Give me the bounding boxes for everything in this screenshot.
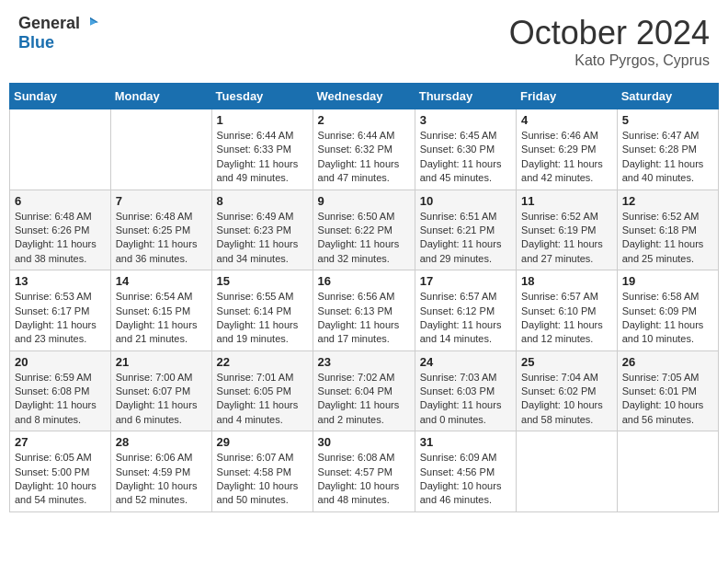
daylight-text: Daylight: 11 hours and 29 minutes. [420, 237, 511, 266]
day-number: 13 [15, 274, 106, 288]
sunset-text: Sunset: 6:09 PM [622, 304, 713, 318]
daylight-text: Daylight: 11 hours and 0 minutes. [420, 398, 511, 427]
sunset-text: Sunset: 6:10 PM [521, 304, 612, 318]
daylight-text: Daylight: 11 hours and 49 minutes. [217, 157, 308, 186]
day-number: 7 [116, 194, 207, 208]
day-number: 9 [318, 194, 410, 208]
sunset-text: Sunset: 6:22 PM [318, 224, 410, 237]
calendar-cell: 22Sunrise: 7:01 AMSunset: 6:05 PMDayligh… [211, 350, 313, 431]
cell-info: Sunrise: 6:54 AMSunset: 6:15 PMDaylight:… [116, 290, 207, 347]
daylight-text: Daylight: 11 hours and 32 minutes. [318, 237, 410, 266]
sunrise-text: Sunrise: 6:44 AM [217, 129, 308, 143]
sunset-text: Sunset: 6:03 PM [420, 385, 511, 398]
sunset-text: Sunset: 6:05 PM [217, 385, 308, 398]
daylight-text: Daylight: 11 hours and 17 minutes. [318, 318, 410, 347]
sunrise-text: Sunrise: 6:59 AM [15, 371, 106, 385]
daylight-text: Daylight: 10 hours and 56 minutes. [622, 398, 713, 427]
sunset-text: Sunset: 4:57 PM [318, 465, 410, 479]
daylight-text: Daylight: 11 hours and 36 minutes. [116, 237, 207, 266]
day-number: 6 [15, 194, 106, 208]
sunset-text: Sunset: 6:17 PM [15, 304, 106, 318]
cell-info: Sunrise: 6:48 AMSunset: 6:25 PMDaylight:… [116, 210, 207, 267]
daylight-text: Daylight: 11 hours and 19 minutes. [217, 318, 308, 347]
logo-general-text: General [18, 14, 80, 33]
page-header: General Blue October 2024 Kato Pyrgos, C… [9, 9, 719, 74]
sunset-text: Sunset: 6:29 PM [521, 143, 612, 156]
cell-info: Sunrise: 6:06 AMSunset: 4:59 PMDaylight:… [116, 451, 207, 508]
calendar-cell: 28Sunrise: 6:06 AMSunset: 4:59 PMDayligh… [110, 431, 211, 512]
cell-info: Sunrise: 6:51 AMSunset: 6:21 PMDaylight:… [420, 210, 511, 267]
calendar-cell: 20Sunrise: 6:59 AMSunset: 6:08 PMDayligh… [10, 350, 111, 431]
cell-info: Sunrise: 6:58 AMSunset: 6:09 PMDaylight:… [622, 290, 713, 347]
calendar-cell: 30Sunrise: 6:08 AMSunset: 4:57 PMDayligh… [313, 431, 415, 512]
calendar-cell: 13Sunrise: 6:53 AMSunset: 6:17 PMDayligh… [10, 270, 111, 351]
daylight-text: Daylight: 11 hours and 25 minutes. [622, 237, 713, 266]
cell-info: Sunrise: 6:46 AMSunset: 6:29 PMDaylight:… [521, 129, 612, 186]
day-number: 4 [521, 113, 612, 127]
logo-blue-text: Blue [18, 33, 54, 52]
sunset-text: Sunset: 6:25 PM [116, 224, 207, 237]
cell-info: Sunrise: 7:02 AMSunset: 6:04 PMDaylight:… [318, 371, 410, 428]
location-subtitle: Kato Pyrgos, Cyprus [509, 52, 710, 69]
calendar-cell: 16Sunrise: 6:56 AMSunset: 6:13 PMDayligh… [313, 270, 415, 351]
sunrise-text: Sunrise: 6:05 AM [15, 451, 106, 465]
daylight-text: Daylight: 11 hours and 12 minutes. [521, 318, 612, 347]
sunrise-text: Sunrise: 6:57 AM [420, 290, 511, 304]
daylight-text: Daylight: 11 hours and 4 minutes. [217, 398, 308, 427]
day-header-sunday: Sunday [10, 84, 111, 109]
calendar-cell: 9Sunrise: 6:50 AMSunset: 6:22 PMDaylight… [313, 190, 415, 270]
sunrise-text: Sunrise: 6:48 AM [15, 210, 106, 224]
cell-info: Sunrise: 6:44 AMSunset: 6:33 PMDaylight:… [217, 129, 308, 186]
cell-info: Sunrise: 6:05 AMSunset: 5:00 PMDaylight:… [15, 451, 106, 508]
cell-info: Sunrise: 6:57 AMSunset: 6:12 PMDaylight:… [420, 290, 511, 347]
day-header-thursday: Thursday [415, 84, 516, 109]
sunset-text: Sunset: 6:23 PM [217, 224, 308, 237]
calendar-cell: 12Sunrise: 6:52 AMSunset: 6:18 PMDayligh… [617, 190, 718, 270]
calendar-cell [10, 109, 111, 190]
cell-info: Sunrise: 7:03 AMSunset: 6:03 PMDaylight:… [420, 371, 511, 428]
cell-info: Sunrise: 7:00 AMSunset: 6:07 PMDaylight:… [116, 371, 207, 428]
cell-info: Sunrise: 6:57 AMSunset: 6:10 PMDaylight:… [521, 290, 612, 347]
month-year-title: October 2024 [509, 14, 710, 52]
calendar-table: SundayMondayTuesdayWednesdayThursdayFrid… [9, 83, 719, 512]
calendar-cell: 1Sunrise: 6:44 AMSunset: 6:33 PMDaylight… [211, 109, 313, 190]
calendar-cell [110, 109, 211, 190]
day-number: 16 [318, 274, 410, 288]
daylight-text: Daylight: 11 hours and 23 minutes. [15, 318, 106, 347]
calendar-week-1: 1Sunrise: 6:44 AMSunset: 6:33 PMDaylight… [10, 109, 719, 190]
day-number: 12 [622, 194, 713, 208]
calendar-week-5: 27Sunrise: 6:05 AMSunset: 5:00 PMDayligh… [10, 431, 719, 512]
day-number: 22 [217, 355, 308, 369]
day-number: 11 [521, 194, 612, 208]
cell-info: Sunrise: 7:04 AMSunset: 6:02 PMDaylight:… [521, 371, 612, 428]
sunrise-text: Sunrise: 6:07 AM [217, 451, 308, 465]
daylight-text: Daylight: 11 hours and 6 minutes. [116, 398, 207, 427]
calendar-cell: 23Sunrise: 7:02 AMSunset: 6:04 PMDayligh… [313, 350, 415, 431]
sunset-text: Sunset: 6:04 PM [318, 385, 410, 398]
daylight-text: Daylight: 11 hours and 38 minutes. [15, 237, 106, 266]
sunset-text: Sunset: 6:14 PM [217, 304, 308, 318]
daylight-text: Daylight: 10 hours and 52 minutes. [116, 479, 207, 508]
calendar-header-row: SundayMondayTuesdayWednesdayThursdayFrid… [10, 84, 719, 109]
sunrise-text: Sunrise: 6:09 AM [420, 451, 511, 465]
sunrise-text: Sunrise: 7:00 AM [116, 371, 207, 385]
cell-info: Sunrise: 6:50 AMSunset: 6:22 PMDaylight:… [318, 210, 410, 267]
sunset-text: Sunset: 6:33 PM [217, 143, 308, 156]
daylight-text: Daylight: 10 hours and 58 minutes. [521, 398, 612, 427]
day-header-tuesday: Tuesday [211, 84, 313, 109]
calendar-cell: 17Sunrise: 6:57 AMSunset: 6:12 PMDayligh… [415, 270, 516, 351]
sunrise-text: Sunrise: 6:46 AM [521, 129, 612, 143]
calendar-cell: 18Sunrise: 6:57 AMSunset: 6:10 PMDayligh… [517, 270, 618, 351]
sunset-text: Sunset: 6:21 PM [420, 224, 511, 237]
cell-info: Sunrise: 6:53 AMSunset: 6:17 PMDaylight:… [15, 290, 106, 347]
calendar-week-4: 20Sunrise: 6:59 AMSunset: 6:08 PMDayligh… [10, 350, 719, 431]
sunset-text: Sunset: 6:02 PM [521, 385, 612, 398]
daylight-text: Daylight: 10 hours and 46 minutes. [420, 479, 511, 508]
calendar-cell [617, 431, 718, 512]
day-number: 10 [420, 194, 511, 208]
logo: General Blue [18, 14, 98, 52]
cell-info: Sunrise: 6:55 AMSunset: 6:14 PMDaylight:… [217, 290, 308, 347]
daylight-text: Daylight: 10 hours and 50 minutes. [217, 479, 308, 508]
sunrise-text: Sunrise: 7:02 AM [318, 371, 410, 385]
sunset-text: Sunset: 6:12 PM [420, 304, 511, 318]
